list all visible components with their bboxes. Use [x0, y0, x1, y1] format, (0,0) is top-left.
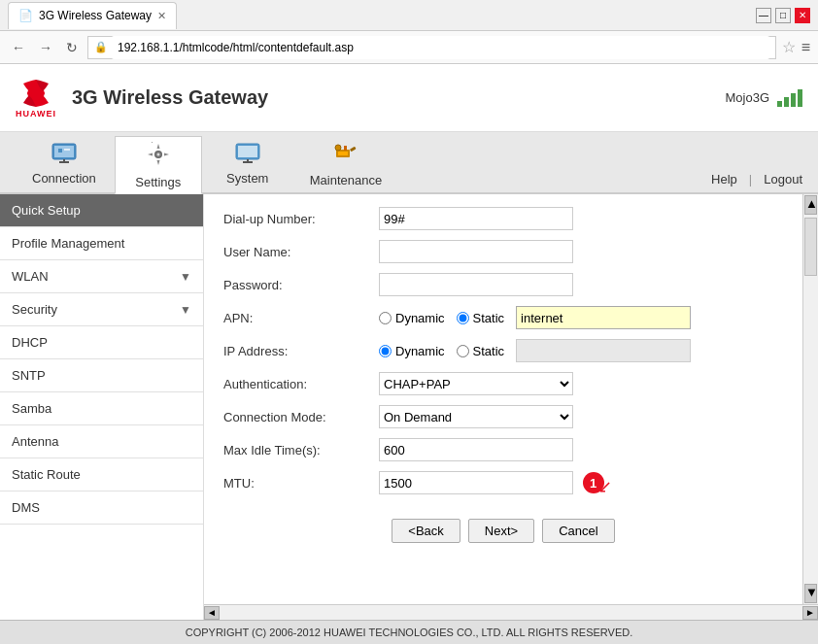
close-button[interactable]: ✕ [795, 8, 810, 23]
ip-static-text: Static [473, 344, 505, 358]
svg-rect-11 [238, 146, 257, 157]
sidebar-item-dhcp[interactable]: DHCP [0, 326, 203, 359]
scrollbar-right-arrow[interactable]: ► [802, 606, 818, 620]
huawei-text: HUAWEI [16, 109, 56, 119]
sidebar-item-quick-setup[interactable]: Quick Setup [0, 194, 203, 227]
sidebar-item-label: Quick Setup [12, 203, 81, 218]
sidebar-item-dms[interactable]: DMS [0, 491, 203, 525]
scrollbar-down-arrow[interactable]: ▼ [804, 584, 817, 603]
connection-mode-control: On Demand Always On Manual [379, 405, 783, 428]
system-icon [234, 142, 261, 169]
scrollbar-thumb[interactable] [804, 218, 817, 276]
settings-icon [146, 142, 171, 173]
chevron-down-icon: ▼ [180, 270, 191, 284]
signal-bars [777, 89, 802, 107]
ip-static-label[interactable]: Static [457, 344, 505, 358]
browser-tab[interactable]: 📄 3G Wireless Gateway ✕ [8, 2, 177, 29]
max-idle-row: Max Idle Time(s): [223, 433, 783, 466]
authentication-select[interactable]: CHAP+PAP CHAP PAP None [379, 372, 573, 395]
svg-rect-5 [58, 149, 62, 153]
huawei-logo-svg [16, 78, 56, 109]
cancel-button[interactable]: Cancel [542, 519, 614, 543]
horizontal-scrollbar[interactable]: ◄ ► [204, 604, 818, 620]
apn-value-input[interactable] [516, 306, 691, 329]
tab-system-label: System [226, 171, 268, 186]
username-label: User Name: [223, 245, 379, 259]
sidebar-item-sntp[interactable]: SNTP [0, 359, 203, 392]
back-button[interactable]: ← [8, 38, 29, 57]
tab-connection-label: Connection [32, 171, 96, 186]
tab-connection[interactable]: Connection [16, 134, 113, 192]
app-title: 3G Wireless Gateway [72, 86, 268, 109]
header-right: Mojo3G [725, 89, 802, 107]
logout-link[interactable]: Logout [764, 172, 802, 186]
ip-address-control: Dynamic Static [379, 339, 783, 362]
mtu-input[interactable] [379, 471, 573, 494]
bookmark-icon[interactable]: ☆ [782, 38, 796, 56]
svg-point-0 [31, 85, 41, 101]
button-row: <Back Next> Cancel [223, 511, 783, 543]
dialup-number-input[interactable] [379, 207, 573, 230]
refresh-button[interactable]: ↻ [62, 38, 82, 57]
connection-mode-select[interactable]: On Demand Always On Manual [379, 405, 573, 428]
browser-titlebar: 📄 3G Wireless Gateway ✕ — □ ✕ [0, 0, 818, 31]
tab-settings[interactable]: Settings [115, 136, 202, 194]
next-button[interactable]: Next> [468, 519, 534, 543]
maintenance-icon [333, 140, 358, 171]
maximize-button[interactable]: □ [775, 8, 791, 23]
password-input[interactable] [379, 273, 573, 296]
menu-icon[interactable]: ≡ [801, 39, 810, 56]
authentication-row: Authentication: CHAP+PAP CHAP PAP None [223, 367, 783, 400]
mtu-row: MTU: 1 ↙ [223, 466, 783, 499]
ip-radio-group: Dynamic Static [379, 339, 783, 362]
forward-button[interactable]: → [35, 38, 56, 57]
sidebar-item-antenna[interactable]: Antenna [0, 425, 203, 458]
username: Mojo3G [725, 90, 769, 105]
vertical-scrollbar[interactable]: ▲ ▼ [802, 194, 818, 604]
ip-address-row: IP Address: Dynamic Static [223, 334, 783, 367]
tab-close-button[interactable]: ✕ [157, 10, 166, 22]
back-button[interactable]: <Back [392, 519, 460, 543]
tab-maintenance[interactable]: Maintenance [293, 134, 398, 192]
dialup-number-control [379, 207, 783, 230]
authentication-label: Authentication: [223, 377, 379, 391]
scrollbar-up-arrow[interactable]: ▲ [804, 195, 817, 215]
ip-dynamic-label[interactable]: Dynamic [379, 344, 445, 358]
signal-bar-3 [791, 93, 796, 107]
content-area: Dial-up Number: User Name: [204, 194, 802, 604]
chevron-down-icon: ▼ [180, 303, 191, 317]
tab-system[interactable]: System [204, 134, 291, 192]
scrollbar-left-arrow[interactable]: ◄ [204, 606, 220, 620]
tab-icon: 📄 [18, 9, 33, 22]
apn-static-radio[interactable] [457, 312, 469, 324]
ip-value-input[interactable] [516, 339, 691, 362]
apn-static-text: Static [473, 311, 505, 325]
sidebar-item-samba[interactable]: Samba [0, 392, 203, 425]
svg-rect-18 [344, 146, 347, 151]
address-input[interactable] [112, 36, 769, 59]
svg-rect-16 [350, 146, 357, 152]
sidebar-item-label: Security [12, 302, 57, 317]
ip-dynamic-radio[interactable] [379, 345, 392, 357]
username-input[interactable] [379, 240, 573, 263]
ip-dynamic-text: Dynamic [395, 344, 445, 358]
apn-control: Dynamic Static [379, 306, 783, 329]
ip-static-radio[interactable] [457, 345, 469, 357]
sidebar-item-security[interactable]: Security ▼ [0, 293, 203, 326]
sidebar-item-wlan[interactable]: WLAN ▼ [0, 260, 203, 293]
sidebar-item-label: Static Route [12, 467, 81, 482]
sidebar-item-static-route[interactable]: Static Route [0, 458, 203, 491]
apn-static-label[interactable]: Static [457, 311, 505, 325]
annotation-arrow: ↙ [597, 476, 612, 497]
minimize-button[interactable]: — [756, 8, 771, 23]
app-header: HUAWEI 3G Wireless Gateway Mojo3G [0, 64, 818, 132]
sidebar: Quick Setup Profile Management WLAN ▼ Se… [0, 194, 204, 620]
apn-dynamic-label[interactable]: Dynamic [379, 311, 445, 325]
sidebar-item-profile-management[interactable]: Profile Management [0, 227, 203, 260]
apn-dynamic-radio[interactable] [379, 312, 392, 324]
help-link[interactable]: Help [711, 172, 737, 186]
max-idle-input[interactable] [379, 438, 573, 461]
app-wrapper: HUAWEI 3G Wireless Gateway Mojo3G Connec… [0, 64, 818, 644]
app-footer: COPYRIGHT (C) 2006-2012 HUAWEI TECHNOLOG… [0, 620, 818, 644]
svg-point-17 [335, 145, 341, 151]
